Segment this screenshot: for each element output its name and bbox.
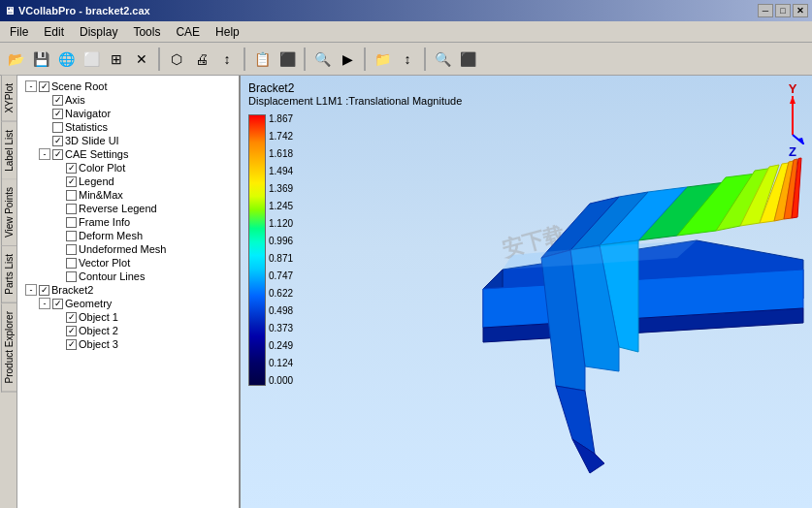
viewport-title: Bracket2 xyxy=(248,81,294,95)
file-button[interactable]: 📁 xyxy=(371,48,394,71)
zoom-button[interactable]: 🔍 xyxy=(310,48,334,71)
rotate-button[interactable]: ⬛ xyxy=(276,48,299,71)
tree-item[interactable]: Object 2 xyxy=(17,324,239,337)
tree-checkbox[interactable] xyxy=(52,122,63,133)
tree-label: Legend xyxy=(79,175,114,187)
maximize-button[interactable]: □ xyxy=(775,4,791,17)
tree-checkbox[interactable] xyxy=(52,149,63,160)
fit-button[interactable]: ↕ xyxy=(215,48,239,71)
clip-button[interactable]: 📋 xyxy=(250,48,274,71)
y-axis-label: Y xyxy=(789,81,797,96)
viewport[interactable]: Bracket2 Displacement L1M1 :Translationa… xyxy=(241,76,812,508)
color-bar-value: 1.742 xyxy=(269,132,293,142)
save-button[interactable]: 💾 xyxy=(29,48,52,71)
tree-item[interactable]: Axis xyxy=(17,93,239,107)
tree-checkbox[interactable] xyxy=(39,285,49,296)
color-bar-value: 0.249 xyxy=(269,341,293,351)
tree-checkbox[interactable] xyxy=(66,312,77,323)
tree-expand-icon[interactable]: - xyxy=(39,148,50,160)
title-bar-controls: ─ □ ✕ xyxy=(758,4,808,17)
arrows-button[interactable]: ↕ xyxy=(396,48,419,71)
tree-item[interactable]: Legend xyxy=(17,175,239,188)
toolbar: 📂 💾 🌐 ⬜ ⊞ ✕ ⬡ 🖨 ↕ 📋 ⬛ 🔍 ▶ 📁 ↕ 🔍 ⬛ xyxy=(0,43,812,76)
menu-item-help[interactable]: Help xyxy=(208,23,247,41)
tree-checkbox[interactable] xyxy=(52,109,63,119)
tree-item[interactable]: Deform Mesh xyxy=(17,229,239,242)
tree-checkbox[interactable] xyxy=(39,81,49,92)
tree-label: CAE Settings xyxy=(65,148,128,160)
tree-panel: -Scene RootAxisNavigatorStatistics3D Sli… xyxy=(17,76,241,508)
tree-item[interactable]: -Scene Root xyxy=(17,79,239,93)
tree-checkbox[interactable] xyxy=(66,204,77,214)
tree-checkbox[interactable] xyxy=(52,95,63,106)
tree-checkbox[interactable] xyxy=(66,339,77,350)
tree-checkbox[interactable] xyxy=(52,299,63,309)
title-bar-left: 🖥 VCollabPro - bracket2.cax xyxy=(4,5,150,16)
tree-item[interactable]: Contour Lines xyxy=(17,270,239,283)
color-bar-value: 0.747 xyxy=(269,271,293,281)
tree-item[interactable]: Object 1 xyxy=(17,310,239,324)
menu-bar: FileEditDisplayToolsCAEHelp xyxy=(0,21,812,43)
tree-item[interactable]: -Bracket2 xyxy=(17,283,239,297)
tree-checkbox[interactable] xyxy=(66,258,77,269)
close-button[interactable]: ✕ xyxy=(793,4,808,17)
side-tab-viewpoints[interactable]: View Points xyxy=(1,179,16,246)
box-button[interactable]: ⬡ xyxy=(165,48,188,71)
tree-item[interactable]: 3D Slide UI xyxy=(17,134,239,147)
menu-item-file[interactable]: File xyxy=(2,23,36,41)
select-button[interactable]: ⬜ xyxy=(80,48,103,71)
tree-label: Reverse Legend xyxy=(79,203,157,214)
side-tab-labellist[interactable]: Label List xyxy=(1,122,16,180)
bracket-3d-shape xyxy=(386,153,812,492)
tree-item[interactable]: Color Plot xyxy=(17,161,239,175)
tree-checkbox[interactable] xyxy=(66,163,77,174)
tree-item[interactable]: Statistics xyxy=(17,120,239,134)
tree-label: Object 3 xyxy=(79,338,118,350)
separator-5 xyxy=(424,48,426,71)
color-bar-value: 1.494 xyxy=(269,167,293,176)
menu-item-cae[interactable]: CAE xyxy=(168,23,208,41)
tree-checkbox[interactable] xyxy=(66,176,77,187)
tree-checkbox[interactable] xyxy=(66,326,77,336)
tree-item[interactable]: -CAE Settings xyxy=(17,147,239,161)
side-tab-partslist[interactable]: Parts List xyxy=(1,246,16,303)
print-button[interactable]: 🖨 xyxy=(190,48,213,71)
grid-button[interactable]: ⊞ xyxy=(105,48,128,71)
black-button[interactable]: ⬛ xyxy=(456,48,479,71)
tree-expand-icon[interactable]: - xyxy=(25,284,37,296)
tree-checkbox[interactable] xyxy=(66,190,77,201)
window-title: VCollabPro - bracket2.cax xyxy=(18,5,150,16)
menu-item-display[interactable]: Display xyxy=(72,23,125,41)
tree-expand-icon[interactable]: - xyxy=(39,298,50,309)
open-button[interactable]: 📂 xyxy=(4,48,27,71)
tree-checkbox[interactable] xyxy=(66,271,77,282)
separator-2 xyxy=(244,48,245,71)
globe-button[interactable]: 🌐 xyxy=(54,48,78,71)
tree-checkbox[interactable] xyxy=(66,244,77,255)
tree-item[interactable]: Min&Max xyxy=(17,188,239,202)
tree-item[interactable]: Navigator xyxy=(17,107,239,120)
color-bar-value: 1.618 xyxy=(269,149,293,159)
tree-item[interactable]: Frame Info xyxy=(17,215,239,229)
tree-checkbox[interactable] xyxy=(66,231,77,241)
tree-checkbox[interactable] xyxy=(52,136,63,146)
tree-expand-icon[interactable]: - xyxy=(25,80,37,92)
tree-item[interactable]: Vector Plot xyxy=(17,256,239,270)
tree-item[interactable]: Object 3 xyxy=(17,337,239,351)
menu-item-edit[interactable]: Edit xyxy=(36,23,72,41)
search-button[interactable]: 🔍 xyxy=(431,48,454,71)
minimize-button[interactable]: ─ xyxy=(758,4,773,17)
tree-label: Object 1 xyxy=(79,311,118,323)
color-bar-value: 1.867 xyxy=(269,114,293,124)
color-bar-gradient xyxy=(248,114,266,386)
side-tab-productexplorer[interactable]: Product Explorer xyxy=(1,303,16,392)
tree-label: Frame Info xyxy=(79,216,130,228)
menu-item-tools[interactable]: Tools xyxy=(125,23,168,41)
tree-checkbox[interactable] xyxy=(66,217,77,228)
cross-button[interactable]: ✕ xyxy=(130,48,153,71)
side-tab-xyplot[interactable]: XYPlot xyxy=(1,76,16,122)
tree-item[interactable]: -Geometry xyxy=(17,297,239,310)
tree-item[interactable]: Reverse Legend xyxy=(17,202,239,215)
tree-item[interactable]: Undeformed Mesh xyxy=(17,242,239,256)
play-button[interactable]: ▶ xyxy=(336,48,359,71)
